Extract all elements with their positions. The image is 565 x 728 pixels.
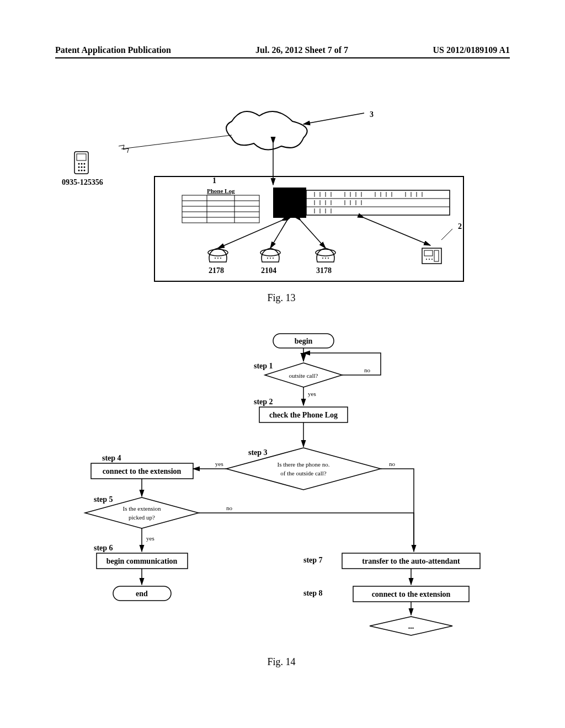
step1-label: step 1 — [254, 362, 273, 370]
desk-phone-icon — [316, 248, 335, 262]
ellipsis-label: ... — [408, 622, 414, 630]
svg-point-11 — [81, 170, 83, 172]
desk-phone-icon — [208, 248, 228, 262]
step4-label: step 4 — [102, 454, 121, 462]
svg-point-8 — [81, 167, 83, 168]
step2-text: check the Phone Log — [269, 411, 338, 419]
phone-log-table: Phone Log — [182, 188, 259, 223]
header-left: Patent Application Publication — [55, 45, 171, 55]
svg-point-5 — [81, 163, 83, 165]
svg-line-1 — [121, 135, 232, 149]
svg-rect-21 — [273, 188, 306, 218]
step2-label: step 2 — [254, 398, 273, 406]
header-right: US 2012/0189109 A1 — [433, 45, 510, 55]
phone-log-title: Phone Log — [207, 188, 235, 194]
step5-label: step 5 — [94, 495, 113, 504]
header-center: Jul. 26, 2012 Sheet 7 of 7 — [255, 45, 348, 55]
svg-point-68 — [325, 258, 326, 259]
svg-rect-22 — [306, 190, 450, 215]
ip-phone-icon — [422, 248, 441, 264]
svg-point-65 — [273, 258, 274, 259]
svg-point-10 — [78, 170, 80, 172]
svg-line-53 — [441, 229, 452, 240]
step8-text: connect to the extension — [372, 590, 451, 598]
begin-label: begin — [295, 337, 313, 345]
mobile-number: 0935-125356 — [62, 178, 103, 186]
step1-text: outsite call? — [289, 372, 318, 379]
pbx-enclosure — [154, 176, 463, 281]
ext1-label: 2178 — [209, 266, 224, 275]
fig13-caption: Fig. 13 — [55, 292, 508, 304]
step1-yes: yes — [308, 390, 316, 397]
svg-point-67 — [322, 258, 323, 259]
svg-point-61 — [220, 258, 221, 259]
svg-line-0 — [303, 113, 364, 124]
cloud-label: 3 — [370, 110, 374, 119]
step5-no: no — [226, 505, 233, 511]
step5-yes: yes — [146, 535, 154, 542]
svg-point-12 — [84, 170, 86, 172]
svg-rect-14 — [182, 195, 259, 223]
svg-point-63 — [267, 258, 268, 259]
svg-point-64 — [270, 258, 271, 259]
ext-device-label: 2 — [458, 222, 462, 231]
svg-point-60 — [217, 258, 218, 259]
step3-yes: yes — [215, 461, 223, 467]
svg-rect-72 — [434, 250, 439, 261]
step5-text2: picked up? — [129, 514, 155, 521]
header-rule — [55, 57, 510, 58]
step3-label: step 3 — [248, 448, 268, 457]
svg-point-73 — [426, 259, 427, 260]
svg-point-4 — [78, 163, 80, 165]
step6-text: begin communication — [106, 557, 178, 565]
step3-text1: Is there the phone no. — [278, 461, 330, 468]
step1-no: no — [364, 367, 371, 373]
svg-line-57 — [364, 218, 430, 245]
cloud-icon — [226, 111, 307, 149]
svg-point-9 — [84, 167, 86, 168]
svg-point-6 — [84, 163, 86, 165]
mobile-phone-icon — [74, 152, 88, 174]
step4-text: connect to the extension — [103, 467, 182, 475]
fig14-caption: Fig. 14 — [55, 656, 508, 668]
figure-14: begin step 1 outsite call? no yes step 2… — [55, 331, 508, 673]
svg-point-75 — [431, 259, 433, 260]
figure-13: 3 0935-125356 1 — [55, 94, 508, 303]
step8-label: step 8 — [303, 589, 323, 597]
pbx-label: 1 — [212, 176, 216, 185]
desk-phone-icon — [260, 248, 280, 262]
svg-line-54 — [218, 221, 281, 248]
svg-marker-77 — [300, 353, 307, 357]
svg-point-7 — [78, 167, 80, 168]
page-header: Patent Application Publication Jul. 26, … — [55, 45, 510, 55]
step3-text2: of the outside call? — [280, 470, 327, 477]
svg-point-59 — [215, 258, 216, 259]
ext3-label: 3178 — [316, 266, 332, 275]
end-label: end — [136, 590, 148, 598]
svg-line-56 — [301, 221, 326, 248]
step5-text1: Is the extension — [122, 505, 161, 512]
svg-rect-3 — [77, 154, 86, 160]
svg-point-74 — [429, 259, 430, 260]
pbx-server-icon — [273, 188, 450, 218]
svg-point-69 — [328, 258, 329, 259]
step7-label: step 7 — [303, 556, 323, 564]
ext2-label: 2104 — [261, 266, 276, 275]
svg-rect-71 — [424, 250, 433, 256]
step6-label: step 6 — [94, 544, 113, 552]
step7-text: transfer to the auto-attendant — [362, 557, 460, 565]
step3-no: no — [389, 461, 396, 467]
